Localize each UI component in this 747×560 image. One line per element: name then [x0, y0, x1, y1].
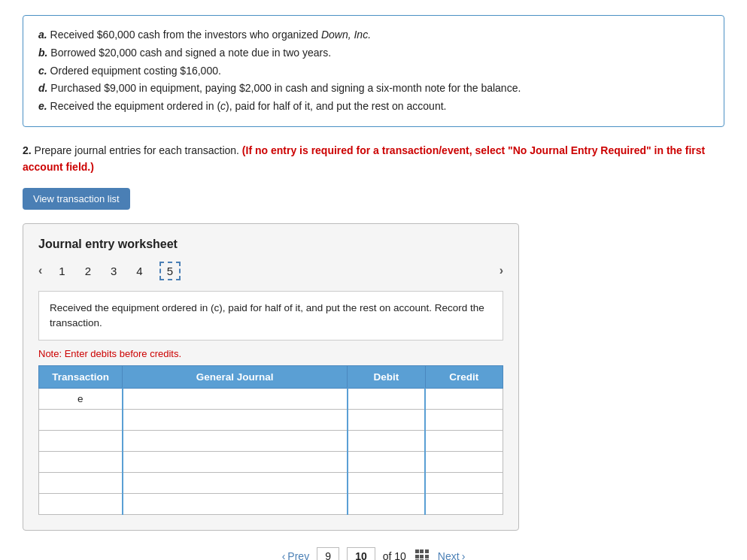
tab-5[interactable]: 5	[159, 262, 181, 280]
credit-input-1[interactable]	[432, 393, 496, 404]
col-header-debit: Debit	[348, 366, 425, 389]
tab-next-arrow[interactable]: ›	[500, 264, 503, 277]
debit-input-5[interactable]	[354, 477, 418, 489]
debit-cell-2[interactable]	[348, 410, 425, 431]
transaction-c: c. Ordered equipment costing $16,000.	[38, 62, 709, 80]
debit-input-2[interactable]	[354, 414, 418, 425]
credit-cell-1[interactable]	[425, 389, 503, 410]
credit-cell-5[interactable]	[425, 473, 503, 494]
current-page-box: 10	[347, 547, 375, 560]
general-journal-cell-3[interactable]	[123, 431, 348, 452]
table-row	[39, 452, 503, 473]
table-row	[39, 410, 503, 431]
tab-navigation: ‹ 1 2 3 4 5 ›	[38, 262, 503, 280]
transaction-cell-1: e	[39, 389, 123, 410]
debit-cell-1[interactable]	[348, 389, 425, 410]
general-journal-input-2[interactable]	[129, 414, 341, 425]
transaction-cell-3	[39, 431, 123, 452]
instruction: 2. Prepare journal entries for each tran…	[23, 142, 724, 176]
general-journal-input-4[interactable]	[129, 456, 341, 468]
debit-cell-4[interactable]	[348, 452, 425, 473]
table-row	[39, 494, 503, 515]
instruction-text: Prepare journal entries for each transac…	[35, 144, 239, 156]
transaction-cell-5	[39, 473, 123, 494]
debit-input-4[interactable]	[354, 456, 418, 468]
instruction-number: 2.	[23, 144, 32, 156]
general-journal-cell-1[interactable]	[123, 389, 348, 410]
transaction-b: b. Borrowed $20,000 cash and signed a no…	[38, 44, 709, 62]
transaction-cell-2	[39, 410, 123, 431]
general-journal-input-1[interactable]	[129, 393, 341, 404]
tab-3[interactable]: 3	[108, 263, 120, 279]
table-row	[39, 473, 503, 494]
worksheet-container: Journal entry worksheet ‹ 1 2 3 4 5 › Re…	[23, 223, 519, 531]
credit-input-4[interactable]	[432, 456, 496, 468]
general-journal-cell-5[interactable]	[123, 473, 348, 494]
credit-input-5[interactable]	[432, 477, 496, 489]
transactions-box: a. Received $60,000 cash from the invest…	[23, 15, 724, 127]
transaction-cell-4	[39, 452, 123, 473]
prev-label: Prev	[287, 550, 309, 560]
transaction-a: a. Received $60,000 cash from the invest…	[38, 26, 709, 44]
note-debits: Note: Enter debits before credits.	[38, 348, 503, 359]
table-row	[39, 431, 503, 452]
transaction-cell-6	[39, 494, 123, 515]
credit-cell-2[interactable]	[425, 410, 503, 431]
debit-input-6[interactable]	[354, 498, 418, 510]
prev-page-box: 9	[317, 547, 339, 560]
credit-input-3[interactable]	[432, 435, 496, 446]
transaction-d: d. Purchased $9,000 in equipment, paying…	[38, 80, 709, 98]
col-header-general-journal: General Journal	[123, 366, 348, 389]
col-header-transaction: Transaction	[39, 366, 123, 389]
view-transaction-list-button[interactable]: View transaction list	[23, 188, 130, 210]
table-row: e	[39, 389, 503, 410]
transaction-e: e. Received the equipment ordered in (c)…	[38, 98, 709, 116]
credit-cell-6[interactable]	[425, 494, 503, 515]
general-journal-input-6[interactable]	[129, 498, 341, 510]
credit-input-6[interactable]	[432, 498, 496, 510]
worksheet-title: Journal entry worksheet	[38, 238, 503, 251]
tab-1[interactable]: 1	[56, 263, 68, 279]
journal-table: Transaction General Journal Debit Credit…	[38, 365, 503, 515]
debit-cell-5[interactable]	[348, 473, 425, 494]
credit-cell-4[interactable]	[425, 452, 503, 473]
debit-input-3[interactable]	[354, 435, 418, 446]
grid-icon	[414, 549, 430, 560]
next-chevron-icon: ›	[462, 550, 466, 560]
next-button[interactable]: Next ›	[438, 550, 465, 560]
debit-cell-3[interactable]	[348, 431, 425, 452]
tab-4[interactable]: 4	[133, 263, 145, 279]
general-journal-input-3[interactable]	[129, 435, 341, 446]
credit-input-2[interactable]	[432, 414, 496, 425]
next-label: Next	[438, 550, 460, 560]
debit-input-1[interactable]	[354, 393, 418, 404]
debit-cell-6[interactable]	[348, 494, 425, 515]
col-header-credit: Credit	[425, 366, 503, 389]
total-pages: of 10	[383, 550, 406, 560]
credit-cell-3[interactable]	[425, 431, 503, 452]
general-journal-cell-6[interactable]	[123, 494, 348, 515]
transaction-description: Received the equipment ordered in (c), p…	[38, 291, 503, 341]
prev-chevron-icon: ‹	[282, 550, 286, 560]
prev-button[interactable]: ‹ Prev	[282, 550, 309, 560]
grid-dots-icon	[415, 549, 429, 560]
general-journal-input-5[interactable]	[129, 477, 341, 489]
general-journal-cell-4[interactable]	[123, 452, 348, 473]
tab-prev-arrow[interactable]: ‹	[38, 264, 42, 277]
tab-2[interactable]: 2	[82, 263, 94, 279]
general-journal-cell-2[interactable]	[123, 410, 348, 431]
pagination: ‹ Prev 9 10 of 10 Next ›	[23, 547, 724, 560]
